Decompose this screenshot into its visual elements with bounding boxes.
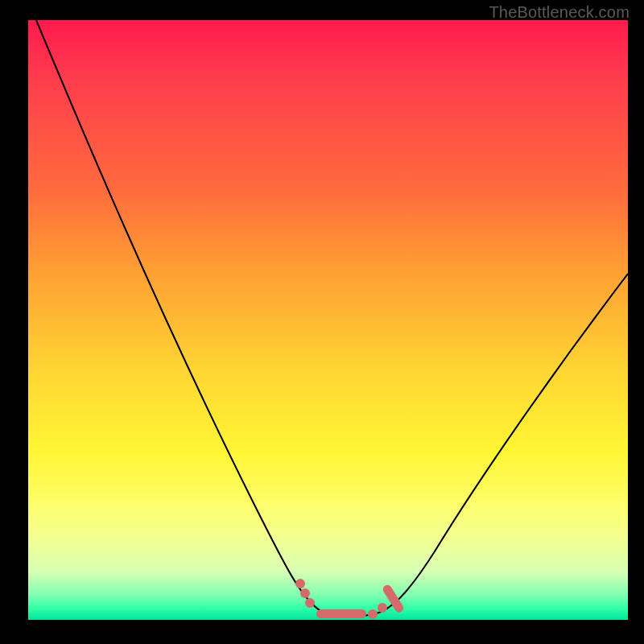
marker-dot	[305, 598, 315, 608]
marker-dot	[295, 579, 305, 588]
chart-frame: TheBottleneck.com	[0, 0, 644, 644]
plot-area	[28, 20, 628, 620]
marker-pill	[316, 609, 366, 618]
marker-dot	[368, 609, 378, 619]
marker-dot	[378, 603, 387, 613]
curve-svg	[28, 20, 628, 620]
marker-dot	[300, 588, 310, 598]
watermark-text: TheBottleneck.com	[489, 3, 630, 22]
bottleneck-curve	[36, 20, 628, 617]
